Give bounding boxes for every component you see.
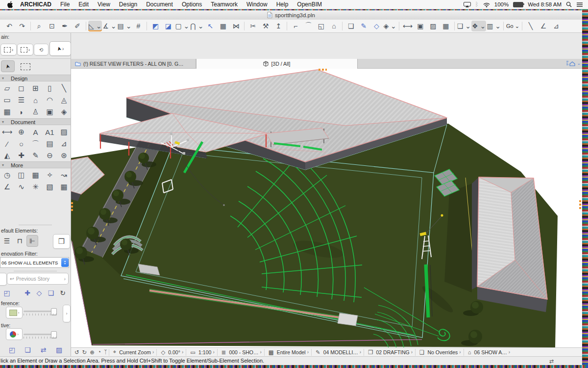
dimension-tool[interactable]: ⟷ <box>0 127 14 137</box>
rotation-menu[interactable]: ◇ 0.00° › <box>156 349 186 356</box>
spline-tool[interactable]: ∿ <box>14 182 28 192</box>
pen-set-menu[interactable]: ✎ 04 MODELLI… › <box>311 349 364 356</box>
section-header-more[interactable]: More <box>0 161 71 168</box>
orbit-icon[interactable]: ◔ <box>96 349 102 356</box>
menu-item[interactable]: File <box>56 0 74 9</box>
schedule-icon[interactable]: ▦ <box>217 21 229 31</box>
toolbar-icon[interactable] <box>342 22 343 30</box>
split-icon[interactable]: ✂ <box>246 21 259 31</box>
marquee-options-button[interactable]: › <box>0 44 17 55</box>
stretch-icon[interactable]: ↖ <box>204 21 217 31</box>
magnet-button[interactable]: ⟲ <box>34 44 49 55</box>
zone-tool[interactable]: ▣ <box>43 106 57 117</box>
zoom-in-icon[interactable]: ⊕ <box>88 349 96 356</box>
renovation-filter-menu[interactable]: ⌂ 06 SHOW A… › <box>464 349 513 356</box>
toolbar-icon[interactable] <box>30 22 31 30</box>
menu-item[interactable]: View <box>93 0 115 9</box>
active-color-button[interactable]: › <box>6 328 23 340</box>
marquee-tool[interactable] <box>21 63 30 72</box>
toolbar-icon[interactable] <box>503 22 504 30</box>
snap-references-icon[interactable]: ∡ ⌄ <box>102 21 117 31</box>
nav-forward-icon[interactable]: ↻ <box>81 349 89 356</box>
new-elements-icon[interactable]: ⊩ <box>26 235 38 247</box>
toolbar-icon[interactable] <box>287 22 287 30</box>
resize-icon[interactable]: ◱ <box>315 21 327 31</box>
toolbar-icon[interactable] <box>522 22 522 30</box>
level-dimension-tool[interactable]: ⊿ <box>57 138 71 149</box>
reference-opacity-slider[interactable] <box>24 311 57 312</box>
detail-tool[interactable]: ⊛ <box>57 150 71 161</box>
lamp-tool[interactable]: ✧ <box>43 170 57 181</box>
line-tool[interactable]: ∕ <box>0 138 14 149</box>
trace-flip-icon[interactable]: ⇄ <box>38 344 49 356</box>
wall-tool[interactable]: ▱ <box>0 83 14 94</box>
menu-item[interactable]: Options <box>177 0 206 9</box>
notification-center-icon[interactable] <box>576 2 583 7</box>
text-tool[interactable]: A <box>28 127 43 137</box>
toolbar-icon[interactable] <box>454 22 455 30</box>
toolbar-icon[interactable] <box>244 22 245 30</box>
airplay-icon[interactable] <box>464 2 471 7</box>
toolbar-icon[interactable] <box>399 22 399 30</box>
undo-icon[interactable]: ↶ <box>3 21 16 31</box>
partial-structure-menu[interactable]: ▩ Entire Model › <box>264 349 311 356</box>
polyline-tool[interactable]: ⌒ <box>28 138 43 149</box>
column-tool[interactable]: ▯ <box>43 83 57 94</box>
model-view-options-menu[interactable]: ❐ 02 DRAFTING › <box>364 349 415 356</box>
menu-item[interactable]: Help <box>272 0 293 9</box>
menu-item[interactable]: Document <box>142 0 177 9</box>
annotate-icon[interactable]: ▨ <box>427 21 440 31</box>
coordinates-icon[interactable]: ▤ ⌄ <box>117 21 132 31</box>
scale-menu[interactable]: ▭ 1:100 › <box>186 349 217 356</box>
redo-icon[interactable]: ↷ <box>16 21 28 31</box>
toolbar-icon[interactable] <box>86 22 86 30</box>
zoom-menu[interactable]: ⌖ Current Zoom › <box>109 349 157 356</box>
fillet-icon[interactable]: ⌒ <box>302 21 315 31</box>
trace-display-icon[interactable]: ◰ <box>1 287 13 299</box>
section-header-document[interactable]: Document <box>0 118 71 125</box>
roof-tool[interactable]: ⌂ <box>28 95 43 105</box>
flare-tool[interactable]: ✳ <box>28 182 43 192</box>
image-tool[interactable]: ▧ <box>43 182 57 192</box>
trace-grab-icon[interactable]: ◰ <box>6 344 18 356</box>
door-tool[interactable]: ◻ <box>14 83 28 94</box>
fit-frame-icon[interactable]: ▣ <box>414 21 427 31</box>
spot-level-tool[interactable]: ◭ <box>0 150 14 161</box>
slider-thumb[interactable] <box>51 331 57 338</box>
beam-tool[interactable]: ╲ <box>57 83 71 94</box>
menu-item[interactable]: Teamwork <box>206 0 242 9</box>
menu-item[interactable]: Window <box>242 0 272 9</box>
trace-overlay-icon[interactable]: ❏ <box>22 344 34 356</box>
stepper-icon[interactable]: ▲▼ <box>61 258 69 267</box>
menu-item[interactable]: Edit <box>74 0 93 9</box>
line-guide-icon[interactable]: ╲ <box>524 21 537 31</box>
3d-view-icon[interactable]: ❖ ⌄ <box>471 21 486 31</box>
teamwork-activity-icon[interactable]: ⇄ <box>549 357 554 366</box>
marquee-cursor-button[interactable]: › <box>17 44 33 55</box>
arrow-tool[interactable]: ➤ <box>1 60 15 72</box>
home-story-icon[interactable]: ⌂ <box>327 21 340 31</box>
elevate-icon[interactable]: ↥ <box>272 21 285 31</box>
trim-corner-icon[interactable]: ⌐ <box>289 21 302 31</box>
trace-move-icon[interactable]: ✚ <box>22 287 33 299</box>
intersect-icon[interactable]: ⋈ <box>229 21 242 31</box>
reference-color-button[interactable]: › <box>6 307 23 318</box>
previous-story-button[interactable]: ↩ Previous Story › <box>7 273 69 285</box>
menu-item[interactable]: Design <box>115 0 142 9</box>
section-tool[interactable]: ⊖ <box>43 150 57 161</box>
tab-3d-all[interactable]: [3D / All] <box>196 59 358 69</box>
nav-back-icon[interactable]: ↺ <box>73 349 81 356</box>
slab-tool[interactable]: ▭ <box>0 95 14 105</box>
tab-reset-view-filters[interactable]: (!) RESET VIEW FILTERS - ALL ON [0. G… <box>71 59 196 69</box>
existing-elements-icon[interactable]: ☰ <box>1 235 13 247</box>
dimension-icon[interactable]: ⟷ <box>401 21 414 31</box>
story-stub-button[interactable] <box>0 273 7 286</box>
section-view-icon[interactable]: ▥ ⌄ <box>486 21 501 31</box>
fill-tool[interactable]: ▨ <box>57 127 71 137</box>
apple-menu[interactable] <box>0 1 17 8</box>
hotspot-tool[interactable]: ✚ <box>14 150 28 161</box>
bluetooth-icon[interactable]: ᛒ <box>475 1 479 8</box>
mesh-tool[interactable]: ◈ <box>57 106 71 117</box>
curtain-wall-tool[interactable]: ▦ <box>0 106 14 117</box>
change-tool[interactable]: ◷ <box>0 170 14 181</box>
